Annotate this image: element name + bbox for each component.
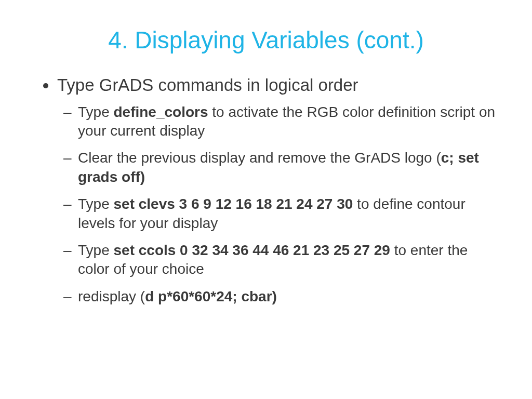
slide-title: 4. Displaying Variables (cont.) [36,26,496,54]
list-item: Type set ccols 0 32 34 36 44 46 21 23 25… [78,241,496,279]
slide: 4. Displaying Variables (cont.) Type GrA… [0,0,532,335]
text-run: Type [78,196,113,212]
text-run: Type [78,104,113,120]
sub-bullet-list: Type define_colors to activate the RGB c… [57,103,496,307]
list-item: Type set clevs 3 6 9 12 16 18 21 24 27 3… [78,195,496,233]
text-run: Clear the previous display and remove th… [78,150,441,166]
list-item: Type define_colors to activate the RGB c… [78,103,496,141]
bullet-text: Type GrADS commands in logical order [57,75,358,95]
command-text: set ccols 0 32 34 36 44 46 21 23 25 27 2… [113,242,390,258]
list-item: Clear the previous display and remove th… [78,149,496,187]
text-run: redisplay ( [78,288,145,304]
list-item: Type GrADS commands in logical order Typ… [57,75,496,306]
list-item: redisplay (d p*60*60*24; cbar) [78,287,496,306]
command-text: set clevs 3 6 9 12 16 18 21 24 27 30 [113,196,353,212]
text-run: Type [78,242,113,258]
command-text: d p*60*60*24; cbar) [145,288,277,304]
bullet-list: Type GrADS commands in logical order Typ… [36,75,496,306]
command-text: define_colors [113,104,208,120]
